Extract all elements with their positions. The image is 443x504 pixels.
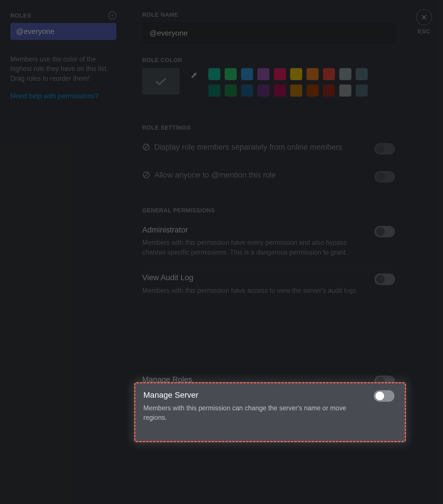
color-swatch[interactable]	[290, 84, 302, 97]
color-swatch[interactable]	[339, 84, 351, 97]
permissions-help-link[interactable]: Need help with permissions?	[10, 92, 99, 100]
color-swatch[interactable]	[323, 68, 335, 80]
color-swatch[interactable]	[307, 84, 319, 97]
prohibited-icon	[142, 143, 150, 151]
setting-title: Allow anyone to @mention this role	[154, 170, 276, 180]
role-list-item[interactable]: @everyone	[10, 23, 116, 40]
color-swatch[interactable]	[339, 68, 351, 80]
color-swatch[interactable]	[241, 84, 253, 97]
color-swatch[interactable]	[274, 84, 286, 97]
divider	[142, 108, 395, 108]
add-role-icon[interactable]: +	[108, 11, 116, 20]
toggle-manage-server[interactable]	[374, 390, 394, 402]
role-name-input[interactable]: @everyone	[142, 23, 395, 44]
manage-server-placeholder	[142, 304, 395, 368]
svg-line-3	[144, 173, 148, 177]
setting-description: Members with this permission have access…	[142, 286, 369, 295]
color-swatch[interactable]	[274, 68, 286, 80]
setting-title: Manage Server	[143, 390, 368, 401]
close-button[interactable]	[416, 9, 432, 25]
role-settings-header: Role Settings	[142, 124, 395, 131]
prohibited-icon	[142, 171, 150, 179]
color-swatch[interactable]	[225, 68, 237, 80]
general-permissions-header: General Permissions	[142, 207, 395, 214]
manage-server-highlight: Manage Server Members with this permissi…	[134, 382, 406, 442]
roles-hint: Members use the color of the highest rol…	[10, 55, 116, 83]
color-swatch[interactable]	[208, 84, 220, 97]
setting-description: Members with this permission can change …	[143, 403, 368, 423]
color-swatch[interactable]	[225, 84, 237, 97]
close-label: ESC	[418, 28, 430, 35]
color-swatch[interactable]	[257, 84, 269, 97]
eyedropper-icon[interactable]	[190, 72, 198, 80]
default-color-swatch[interactable]	[142, 68, 180, 95]
color-swatch[interactable]	[356, 84, 368, 97]
color-swatch[interactable]	[323, 84, 335, 97]
setting-description: Members with this permission have every …	[142, 238, 369, 257]
setting-title: Administrator	[142, 225, 369, 235]
color-swatch[interactable]	[257, 68, 269, 80]
toggle-view-audit-log[interactable]	[374, 274, 395, 285]
color-swatch[interactable]	[356, 68, 368, 80]
setting-title: Display role members separately from onl…	[154, 142, 342, 152]
check-icon	[155, 77, 167, 86]
toggle-allow-mention[interactable]	[374, 171, 395, 182]
color-swatch[interactable]	[290, 68, 302, 80]
color-swatch-grid	[208, 68, 368, 97]
svg-line-1	[144, 145, 148, 149]
color-swatch[interactable]	[241, 68, 253, 80]
toggle-administrator[interactable]	[374, 226, 395, 237]
role-name-label: Role Name	[142, 11, 395, 18]
roles-header: Roles	[10, 12, 31, 19]
role-color-label: Role Color	[142, 57, 395, 64]
color-swatch[interactable]	[208, 68, 220, 80]
color-swatch[interactable]	[307, 68, 319, 80]
setting-title: View Audit Log	[142, 272, 369, 283]
toggle-display-separately[interactable]	[374, 143, 395, 155]
divider	[13, 47, 113, 48]
